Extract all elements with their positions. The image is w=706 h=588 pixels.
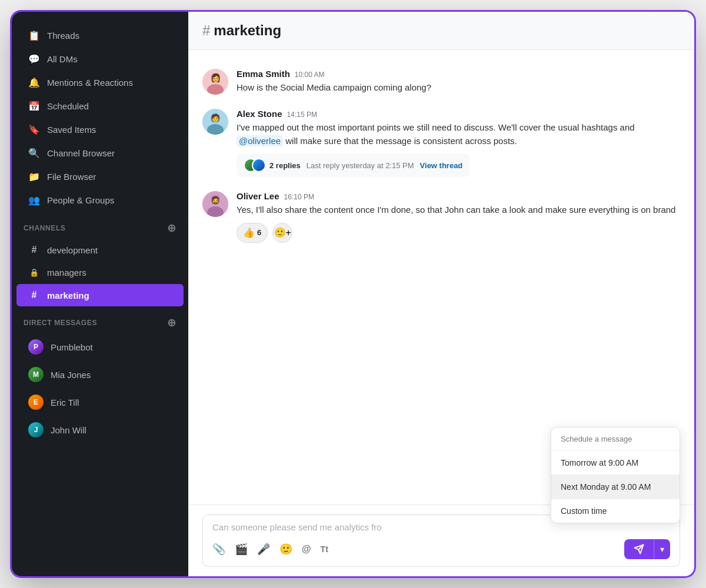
channel-hash: # [202,22,210,39]
sidebar-icon-all-dms: 💬 [28,54,40,65]
dm-label-eric-till: Eric Till [51,397,79,407]
emoji-icon[interactable]: 🙂 [279,543,292,556]
send-dropdown-button[interactable]: ▾ [654,539,670,559]
add-channel-button[interactable]: ⊕ [167,222,176,235]
sidebar-item-saved[interactable]: 🔖Saved Items [16,118,184,141]
sidebar-dm-john-will[interactable]: JJohn Will [16,416,184,443]
sidebar-dm-pumblebot[interactable]: PPumblebot [16,333,184,360]
input-placeholder[interactable]: Can someone please send me analytics fro [212,522,670,532]
message-text-oliver: Yes, I'll also share the content once I'… [237,203,680,217]
sidebar-label-all-dms: All DMs [47,54,78,64]
schedule-option-tomorrow[interactable]: Tomorrow at 9:00 AM [551,451,680,475]
sidebar-channel-managers[interactable]: 🔒managers [16,262,184,283]
schedule-option-custom[interactable]: Custom time [551,499,680,523]
sidebar-item-all-dms[interactable]: 💬All DMs [16,48,184,71]
channel-title: # marketing [202,22,680,39]
sidebar-dm-mia-jones[interactable]: MMia Jones [16,361,184,388]
channels-section-label: CHANNELS [24,224,65,232]
message-emma: 👩 Emma Smith 10:00 AM How is the Social … [202,62,680,102]
app-container: 📋Threads💬All DMs🔔Mentions & Reactions📅Sc… [12,12,694,576]
avatar-emma: 👩 [202,69,228,95]
add-dm-button[interactable]: ⊕ [167,316,176,329]
message-body-emma: Emma Smith 10:00 AM How is the Social Me… [237,69,680,95]
sidebar-dm-eric-till[interactable]: EEric Till [16,389,184,416]
sidebar-icon-mentions: 🔔 [28,77,40,88]
sidebar: 📋Threads💬All DMs🔔Mentions & Reactions📅Sc… [12,12,188,576]
message-oliver: 🧔 Oliver Lee 16:10 PM Yes, I'll also sha… [202,184,680,250]
send-btn-group: ▾ [624,539,670,559]
send-button[interactable] [624,539,654,559]
sidebar-label-people-groups: People & Groups [47,195,114,205]
sidebar-label-saved: Saved Items [47,125,96,135]
mic-icon[interactable]: 🎤 [257,543,270,556]
video-icon[interactable]: 🎬 [235,543,248,556]
message-body-oliver: Oliver Lee 16:10 PM Yes, I'll also share… [237,191,680,243]
reaction-thumbsup[interactable]: 👍 6 [237,223,268,243]
channels-section-header: CHANNELS ⊕ [12,216,188,238]
input-toolbar: 📎 🎬 🎤 🙂 @ Tt ▾ [212,539,670,559]
text-before-mention: I've mapped out the most important point… [237,122,635,132]
message-time-emma: 10:00 AM [295,71,325,79]
message-text-emma: How is the Social Media campaign coming … [237,81,680,95]
dm-section-header: DIRECT MESSAGES ⊕ [12,310,188,333]
schedule-option-next-monday[interactable]: Next Monday at 9.00 AM [551,475,680,499]
sidebar-icon-threads: 📋 [28,30,40,41]
sidebar-item-people-groups[interactable]: 👥People & Groups [16,189,184,212]
message-header-oliver: Oliver Lee 16:10 PM [237,191,680,201]
sidebar-label-channel-browser: Channel Browser [47,148,115,158]
message-body-alex: Alex Stone 14:15 PM I've mapped out the … [237,109,680,177]
format-icon[interactable]: Tt [321,544,328,554]
sidebar-label-threads: Threads [47,31,79,41]
mention-icon[interactable]: @ [302,544,311,554]
view-thread-button[interactable]: View thread [420,161,463,170]
main-content: # marketing 👩 Emm [188,12,694,576]
sidebar-item-threads[interactable]: 📋Threads [16,24,184,47]
thread-last-reply: Last reply yesterday at 2:15 PM [307,161,414,170]
message-header-emma: Emma Smith 10:00 AM [237,69,680,79]
sidebar-icon-saved: 🔖 [28,124,40,135]
thread-replies: 2 replies [269,161,301,170]
channel-header: # marketing [188,12,694,50]
attach-icon[interactable]: 📎 [212,543,225,556]
channel-label-managers: managers [47,268,86,278]
message-input-area: Can someone please send me analytics fro… [188,505,694,576]
text-after-mention: will make sure that the message is consi… [283,136,517,146]
svg-text:👩: 👩 [211,73,221,83]
sidebar-item-channel-browser[interactable]: 🔍Channel Browser [16,142,184,165]
sidebar-icon-people-groups: 👥 [28,195,40,206]
sidebar-label-file-browser: File Browser [47,172,96,182]
sidebar-item-file-browser[interactable]: 📁File Browser [16,165,184,188]
thread-info: 2 replies Last reply yesterday at 2:15 P… [237,153,469,177]
mention-oliverlee[interactable]: @oliverlee [237,135,283,146]
dm-avatar-pumblebot: P [28,339,44,355]
reaction-count: 6 [257,228,261,237]
add-reaction-button[interactable]: 🙂+ [272,223,292,243]
dm-avatar-eric-till: E [28,395,44,410]
add-reaction-icon: 🙂+ [274,227,291,238]
thread-avatars [244,158,264,172]
dm-avatar-mia-jones: M [28,367,44,382]
sidebar-icon-scheduled: 📅 [28,101,40,112]
schedule-dropdown-header: Schedule a message [551,427,680,451]
hash-icon-marketing: # [28,290,40,300]
dm-avatar-john-will: J [28,422,44,437]
sidebar-channel-marketing[interactable]: #marketing [16,284,184,306]
dm-label-pumblebot: Pumblebot [51,342,93,352]
channel-label-development: development [47,245,98,255]
message-author-oliver: Oliver Lee [237,191,279,201]
schedule-dropdown: Schedule a message Tomorrow at 9:00 AM N… [551,427,680,523]
thread-avatar-2 [252,158,266,172]
avatar-oliver: 🧔 [202,191,228,217]
sidebar-channel-development[interactable]: #development [16,239,184,261]
dm-label-john-will: John Will [51,425,86,435]
sidebar-item-scheduled[interactable]: 📅Scheduled [16,95,184,118]
lock-icon-managers: 🔒 [28,268,40,277]
message-author-alex: Alex Stone [237,109,282,119]
avatar-alex: 🧑 [202,109,228,135]
message-author-emma: Emma Smith [237,69,290,79]
hash-icon-development: # [28,245,40,255]
reaction-emoji: 👍 [243,227,255,238]
sidebar-item-mentions[interactable]: 🔔Mentions & Reactions [16,71,184,94]
message-header-alex: Alex Stone 14:15 PM [237,109,680,119]
sidebar-label-scheduled: Scheduled [47,101,89,111]
